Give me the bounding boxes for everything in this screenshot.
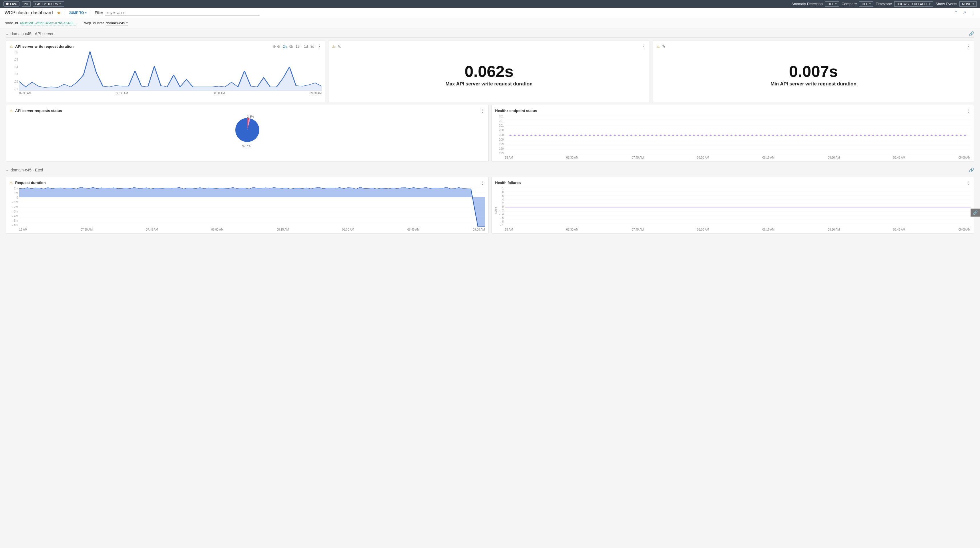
svg-point-100 bbox=[889, 135, 891, 135]
svg-point-118 bbox=[964, 135, 966, 135]
zoom-out-icon[interactable]: ⊖ bbox=[277, 44, 280, 49]
svg-point-84 bbox=[822, 135, 824, 135]
svg-point-53 bbox=[693, 135, 695, 135]
svg-point-71 bbox=[768, 135, 770, 135]
section-link-icon[interactable]: 🔗 bbox=[969, 31, 974, 36]
time-range-dropdown[interactable]: LAST 2 HOURS bbox=[33, 2, 64, 6]
svg-point-27 bbox=[584, 135, 587, 135]
card-title: API server requests status bbox=[15, 108, 62, 113]
card-menu-icon[interactable]: ⋮ bbox=[966, 44, 970, 49]
overflow-menu-icon[interactable]: ⋮ bbox=[971, 10, 975, 16]
card-menu-icon[interactable]: ⋮ bbox=[966, 180, 970, 186]
svg-point-66 bbox=[747, 135, 749, 135]
pie-chart bbox=[235, 118, 259, 142]
svg-point-52 bbox=[689, 135, 691, 135]
card-menu-icon[interactable]: ⋮ bbox=[641, 44, 646, 49]
svg-point-95 bbox=[868, 135, 870, 135]
section-header-etcd[interactable]: ⌄ domain-c45 - Etcd 🔗 bbox=[6, 167, 974, 174]
svg-point-75 bbox=[784, 135, 787, 135]
timezone-dropdown[interactable]: BROWSER DEFAULT bbox=[894, 2, 934, 6]
live-toggle[interactable]: LIVE bbox=[3, 2, 19, 6]
zoom-in-icon[interactable]: ⊕ bbox=[273, 44, 276, 49]
anomaly-label: Anomaly Detection bbox=[792, 2, 823, 6]
card-menu-icon[interactable]: ⋮ bbox=[966, 108, 970, 113]
collapse-all-icon[interactable]: ⌃ bbox=[954, 10, 958, 16]
svg-point-29 bbox=[593, 135, 595, 135]
time-link-6h[interactable]: 6h bbox=[289, 44, 293, 49]
svg-point-74 bbox=[780, 135, 783, 135]
svg-point-13 bbox=[526, 135, 528, 135]
card-menu-icon[interactable]: ⋮ bbox=[317, 44, 321, 49]
share-icon[interactable]: ↗ bbox=[963, 10, 966, 16]
svg-point-82 bbox=[814, 135, 816, 135]
svg-point-14 bbox=[530, 135, 533, 135]
floating-link-button[interactable]: 🔗 bbox=[970, 208, 980, 216]
svg-point-91 bbox=[851, 135, 854, 135]
svg-point-20 bbox=[555, 135, 557, 135]
events-dropdown[interactable]: NONE bbox=[959, 2, 977, 6]
svg-point-67 bbox=[751, 135, 754, 135]
svg-point-17 bbox=[542, 135, 545, 135]
svg-point-42 bbox=[647, 135, 649, 135]
svg-point-96 bbox=[872, 135, 874, 135]
svg-point-101 bbox=[893, 135, 895, 135]
svg-point-50 bbox=[680, 135, 682, 135]
chevron-down-icon: ⌄ bbox=[6, 168, 8, 172]
card-max-write: ⚠ ✎ ⋮ 0.062s Max API server write reques… bbox=[328, 41, 650, 102]
svg-point-15 bbox=[534, 135, 536, 135]
section-header-api[interactable]: ⌄ domain-c45 - API server 🔗 bbox=[6, 31, 974, 38]
svg-point-47 bbox=[668, 135, 670, 135]
card-etcd-fail: Health failures ⋮ Count 1. 8. 6. 4. 20- … bbox=[492, 177, 974, 234]
svg-point-106 bbox=[914, 135, 916, 135]
var-sddc-key: sddc_id bbox=[5, 21, 18, 25]
svg-point-79 bbox=[801, 135, 803, 135]
filter-input[interactable] bbox=[105, 10, 259, 16]
svg-point-78 bbox=[797, 135, 799, 135]
svg-point-97 bbox=[876, 135, 878, 135]
svg-point-86 bbox=[830, 135, 833, 135]
svg-point-37 bbox=[626, 135, 628, 135]
time-link-2h[interactable]: 2h bbox=[283, 44, 287, 49]
card-healthz: Healthz endpoint status ⋮ 20120120120020… bbox=[492, 105, 974, 162]
svg-point-11 bbox=[518, 135, 520, 135]
anomaly-dropdown[interactable]: OFF bbox=[825, 2, 839, 6]
pie-slice-label-a: 2.3% bbox=[247, 115, 254, 118]
svg-point-10 bbox=[514, 135, 516, 135]
stat-subtitle: Min API server write request duration bbox=[656, 81, 970, 87]
svg-point-93 bbox=[860, 135, 862, 135]
time-link-12h[interactable]: 12h bbox=[296, 44, 301, 49]
svg-point-58 bbox=[714, 135, 716, 135]
card-req-status: ⚠ API server requests status ⋮ 2.3% 97.7… bbox=[6, 105, 488, 162]
svg-point-81 bbox=[810, 135, 812, 135]
section-link-icon[interactable]: 🔗 bbox=[969, 167, 974, 173]
svg-point-44 bbox=[655, 135, 657, 135]
svg-point-12 bbox=[522, 135, 524, 135]
svg-point-62 bbox=[730, 135, 733, 135]
svg-point-55 bbox=[701, 135, 703, 135]
svg-point-103 bbox=[901, 135, 904, 135]
pie-slice-label-b: 97.7% bbox=[242, 145, 250, 148]
svg-point-111 bbox=[935, 135, 937, 135]
svg-point-46 bbox=[663, 135, 666, 135]
var-sddc-value[interactable]: 4a0c6df1-d5b6-45ec-a7fd-e6411... bbox=[20, 21, 77, 25]
svg-point-89 bbox=[843, 135, 845, 135]
svg-point-80 bbox=[805, 135, 808, 135]
svg-point-18 bbox=[547, 135, 549, 135]
edit-icon[interactable]: ✎ bbox=[337, 44, 341, 49]
svg-point-30 bbox=[597, 135, 599, 135]
svg-point-64 bbox=[739, 135, 741, 135]
star-icon[interactable]: ★ bbox=[57, 10, 60, 16]
stat-subtitle: Max API server write request duration bbox=[332, 81, 646, 87]
compare-dropdown[interactable]: OFF bbox=[859, 2, 873, 6]
var-wcp-dropdown[interactable]: domain-c45 bbox=[106, 21, 128, 25]
card-menu-icon[interactable]: ⋮ bbox=[480, 180, 485, 186]
time-quick-button[interactable]: 2H bbox=[22, 2, 30, 6]
card-menu-icon[interactable]: ⋮ bbox=[480, 108, 485, 113]
card-etcd-req: ⚠ Request duration ⋮ 2m1m0- 1m- 2m- 3m- … bbox=[6, 177, 488, 234]
time-link-1d[interactable]: 1d bbox=[304, 44, 308, 49]
time-link-8d[interactable]: 8d bbox=[310, 44, 314, 49]
svg-point-19 bbox=[551, 135, 554, 135]
svg-point-109 bbox=[926, 135, 929, 135]
jump-to-dropdown[interactable]: JUMP TO bbox=[65, 11, 87, 15]
edit-icon[interactable]: ✎ bbox=[662, 44, 665, 49]
